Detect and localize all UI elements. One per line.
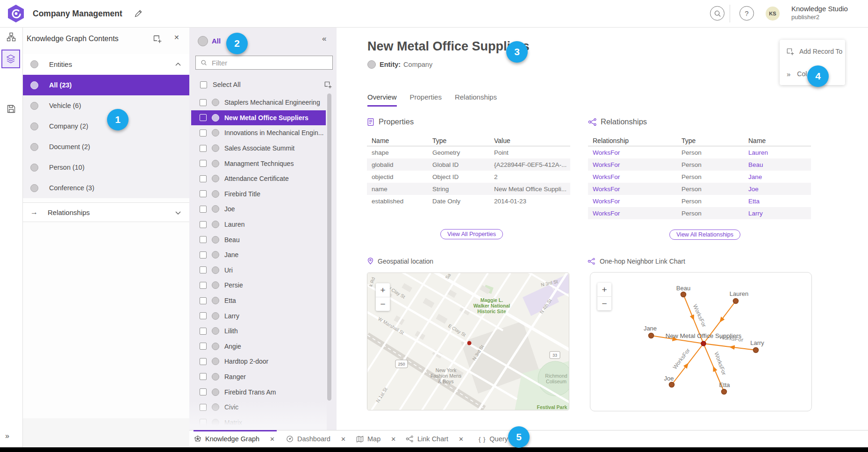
item-checkbox[interactable] [200,206,207,213]
tab-link-chart[interactable]: Link Chart ✕ [406,430,464,447]
list-item[interactable]: Beau [189,232,330,247]
item-checkbox[interactable] [200,373,207,380]
relationship-link[interactable]: WorksFor [593,173,681,180]
list-item[interactable]: Staplers Mechanical Engineering [189,95,330,110]
menu-item-add-record-to[interactable]: Add Record To [780,44,845,58]
relationship-link[interactable]: WorksFor [593,149,681,156]
relationship-link[interactable]: WorksFor [593,210,681,217]
list-item[interactable]: Etta [189,293,330,309]
relationship-name-link[interactable]: Larry [748,210,815,217]
entity-type-row[interactable]: All (23) [22,75,189,95]
item-checkbox[interactable] [200,114,207,121]
close-tab-icon[interactable]: ✕ [391,436,396,443]
list-scrollbar[interactable] [327,93,331,401]
list-item[interactable]: New Metal Office Suppliers [191,110,326,126]
item-checkbox[interactable] [200,160,207,167]
layers-tool-selected[interactable] [1,50,20,68]
tab-map[interactable]: Map ✕ [356,430,396,447]
item-checkbox[interactable] [200,236,207,243]
item-checkbox[interactable] [200,358,207,365]
view-all-relationships-button[interactable]: View All Relationships [669,230,740,240]
expand-rail-icon[interactable]: » [5,432,9,440]
tab-relationships[interactable]: Relationships [455,93,497,107]
list-item[interactable]: Hardtop 2-door [189,354,330,369]
item-checkbox[interactable] [200,129,207,136]
item-checkbox[interactable] [200,221,207,228]
list-item[interactable]: Angie [189,339,330,354]
list-item[interactable]: Attendance Certificate [189,171,330,187]
view-all-properties-button[interactable]: View All Properties [440,229,503,239]
item-checkbox[interactable] [200,282,207,289]
zoom-out-button[interactable]: − [597,297,611,310]
help-button[interactable]: ? [739,6,754,21]
tab-properties[interactable]: Properties [410,93,442,107]
item-checkbox[interactable] [200,145,207,152]
relationship-name-link[interactable]: Etta [748,198,815,205]
list-item[interactable]: Firebird Title [189,187,330,202]
map-zoom-control[interactable]: + − [376,283,390,311]
chart-zoom-control[interactable]: + − [597,283,611,310]
close-panel-icon[interactable]: ✕ [174,34,179,41]
center-node[interactable] [701,341,706,346]
item-checkbox[interactable] [200,297,207,304]
entity-type-row[interactable]: Company (2) [22,116,189,136]
relationship-name-link[interactable]: Joe [748,186,815,193]
user-block[interactable]: Knowledge Studio publisher2 [791,5,848,21]
entity-type-row[interactable]: Document (2) [22,136,189,157]
filter-input[interactable] [211,58,332,67]
filter-box[interactable] [195,56,333,70]
list-item[interactable]: Jane [189,247,330,263]
relationships-section-header[interactable]: → Relationships [22,202,189,222]
list-item[interactable]: Larry [189,308,330,323]
list-item[interactable]: Managment Techniques [189,156,330,171]
list-item[interactable]: Lilith [189,323,330,339]
tab-knowledge-graph[interactable]: Knowledge Graph ✕ [194,430,275,447]
zoom-in-button[interactable]: + [376,283,390,297]
geospatial-map[interactable]: 250 33 k Rd W Clay St Sa W Marshall St E… [367,273,569,410]
entity-type-row[interactable]: Vehicle (6) [22,95,189,116]
relationship-link[interactable]: WorksFor [593,186,681,193]
zoom-in-button[interactable]: + [597,283,611,297]
list-item[interactable]: Innovations in Mechanical Engin... [189,125,330,141]
edit-title-icon[interactable] [134,9,143,18]
item-checkbox[interactable] [200,190,207,197]
list-item[interactable]: Persie [189,278,330,293]
relationship-name-link[interactable]: Beau [748,161,815,168]
item-checkbox[interactable] [200,99,207,106]
item-checkbox[interactable] [200,175,207,182]
list-item[interactable]: Ranger [189,369,330,385]
close-tab-icon[interactable]: ✕ [270,436,275,443]
list-item[interactable]: Firebird Trans Am [189,384,330,400]
item-checkbox[interactable] [200,328,207,335]
tab-dashboard[interactable]: Dashboard ✕ [286,430,346,447]
avatar[interactable]: KS [766,7,780,21]
list-item[interactable]: Joe [189,201,330,217]
relationship-name-link[interactable]: Lauren [748,149,815,156]
close-tab-icon[interactable]: ✕ [341,436,346,443]
add-record-icon[interactable] [324,81,332,89]
select-all-checkbox[interactable] [200,81,207,88]
entities-section-header[interactable]: Entities [22,54,189,75]
list-item[interactable]: Lauren [189,217,330,232]
relationship-name-link[interactable]: Jane [748,173,815,180]
chevron-down-icon[interactable] [175,211,181,215]
search-button[interactable] [710,6,725,21]
entity-type-row[interactable]: Person (10) [22,157,189,178]
list-item[interactable]: Uri [189,263,330,278]
save-icon[interactable] [7,104,16,114]
item-checkbox[interactable] [200,388,207,395]
relationship-link[interactable]: WorksFor [593,161,681,168]
data-model-icon[interactable] [7,32,16,42]
tab-overview[interactable]: Overview [367,93,397,107]
list-item[interactable]: Sales Associate Summit [189,141,330,156]
item-checkbox[interactable] [200,251,207,258]
item-checkbox[interactable] [200,343,207,350]
add-record-icon[interactable] [153,35,162,43]
item-checkbox[interactable] [200,312,207,319]
zoom-out-button[interactable]: − [376,297,390,311]
one-hop-link-chart[interactable]: Beau Lauren Jane Larry Joe Etta New Meta… [590,272,812,411]
select-all-row[interactable]: Select All [189,78,337,92]
item-checkbox[interactable] [200,266,207,273]
relationship-link[interactable]: WorksFor [593,198,681,205]
app-logo[interactable] [7,4,25,23]
